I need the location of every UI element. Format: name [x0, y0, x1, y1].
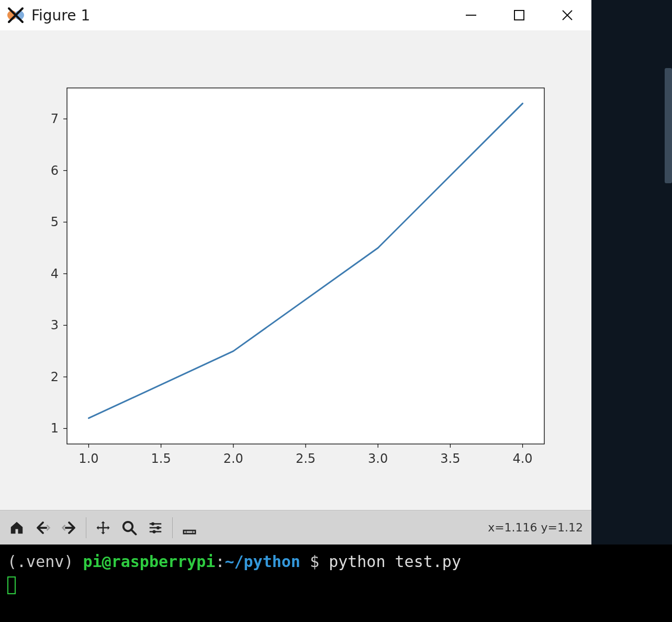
figure-window: Figure 1 1.01.52.02.53.03.54.01234567	[0, 0, 591, 545]
save-button[interactable]	[178, 516, 201, 539]
scrollbar[interactable]	[665, 68, 672, 183]
svg-point-41	[156, 526, 160, 529]
maximize-button[interactable]	[495, 0, 543, 30]
background-panel	[591, 0, 672, 545]
terminal-cursor	[7, 576, 16, 594]
save-icon	[182, 520, 197, 536]
svg-text:5: 5	[51, 215, 59, 229]
toolbar-separator	[86, 517, 86, 538]
svg-text:3: 3	[51, 318, 59, 332]
window-controls	[447, 0, 591, 30]
svg-rect-45	[184, 530, 196, 534]
svg-point-39	[151, 522, 154, 525]
toolbar-separator	[172, 517, 173, 538]
svg-text:1: 1	[51, 421, 59, 436]
close-button[interactable]	[543, 0, 591, 30]
svg-text:7: 7	[51, 112, 59, 126]
terminal-command: python test.py	[329, 552, 461, 571]
svg-text:2.5: 2.5	[296, 451, 316, 466]
sliders-icon	[148, 520, 163, 536]
minimize-button[interactable]	[447, 0, 495, 30]
terminal-path: ~/python	[225, 552, 300, 571]
svg-text:1.5: 1.5	[151, 451, 171, 466]
svg-text:3.0: 3.0	[368, 451, 388, 466]
svg-text:6: 6	[51, 163, 59, 178]
terminal[interactable]: (.venv) pi@raspberrypi:~/python $ python…	[0, 545, 672, 622]
svg-rect-3	[514, 10, 524, 20]
svg-text:2.0: 2.0	[223, 451, 243, 466]
move-icon	[95, 520, 111, 536]
plot-canvas[interactable]: 1.01.52.02.53.03.54.01234567	[0, 30, 591, 510]
terminal-prompt-symbol: $	[300, 552, 329, 571]
pan-button[interactable]	[92, 516, 115, 539]
svg-text:4.0: 4.0	[512, 451, 532, 466]
zoom-button[interactable]	[118, 516, 141, 539]
app-icon	[6, 6, 25, 25]
svg-text:4: 4	[51, 266, 59, 281]
figure-toolbar: x=1.116 y=1.12	[0, 510, 591, 545]
configure-button[interactable]	[144, 516, 167, 539]
forward-button[interactable]	[58, 516, 81, 539]
window-title: Figure 1	[31, 7, 90, 24]
zoom-icon	[121, 520, 137, 536]
cursor-coordinates: x=1.116 y=1.12	[488, 521, 583, 534]
title-bar[interactable]: Figure 1	[0, 0, 591, 30]
line-chart: 1.01.52.02.53.03.54.01234567	[0, 30, 591, 510]
svg-text:3.5: 3.5	[440, 451, 460, 466]
home-button[interactable]	[5, 516, 28, 539]
home-icon	[9, 520, 25, 536]
back-arrow-icon	[35, 520, 51, 536]
forward-arrow-icon	[61, 520, 77, 536]
svg-line-37	[131, 529, 136, 534]
svg-text:2: 2	[51, 370, 59, 384]
svg-point-43	[152, 530, 155, 533]
back-button[interactable]	[31, 516, 54, 539]
venv-indicator: (.venv)	[7, 552, 83, 571]
svg-text:1.0: 1.0	[79, 451, 98, 466]
svg-rect-6	[67, 88, 544, 444]
terminal-user-host: pi@raspberrypi	[83, 552, 216, 571]
